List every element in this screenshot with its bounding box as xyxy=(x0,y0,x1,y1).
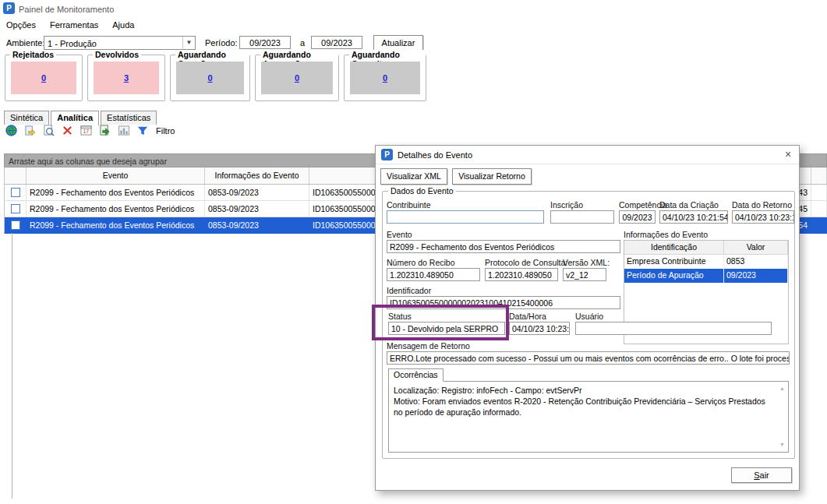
grid-header-evento[interactable]: Evento xyxy=(27,167,205,184)
counter-devolvidos-box: 3 xyxy=(94,62,159,94)
periodo-from-input[interactable]: 09/2023 xyxy=(239,36,291,49)
mensagem-retorno-label: Mensagem de Retorno xyxy=(387,341,470,351)
ambiente-selected-value: 1 - Produção xyxy=(48,39,97,48)
info-grid-row[interactable]: Empresa Contribuinte 0853 xyxy=(624,255,788,269)
row-checkbox[interactable] xyxy=(11,220,20,230)
filter-label[interactable]: Filtro xyxy=(156,126,175,136)
info-grid-cell-id: Empresa Contribuinte xyxy=(624,255,724,269)
data-retorno-label: Data do Retorno xyxy=(732,200,792,210)
counter-rejeitados: Rejeitados 0 xyxy=(5,55,83,101)
ambiente-select[interactable]: 1 - Produção ▼ xyxy=(44,36,196,50)
visualizar-retorno-button[interactable]: Visualizar Retorno xyxy=(452,168,532,185)
ocorrencias-textarea[interactable]: Localização: Registro: infoFech - Campo:… xyxy=(388,381,789,453)
counter-rejeitados-count-link[interactable]: 0 xyxy=(41,73,46,83)
protocolo-field[interactable]: 1.202310.489050 xyxy=(485,268,558,281)
delete-icon[interactable] xyxy=(61,124,74,137)
versao-xml-field[interactable]: v2_12 xyxy=(563,268,606,281)
periodo-range-sep: a xyxy=(300,38,305,48)
send-icon[interactable] xyxy=(23,124,37,137)
calendar-icon[interactable]: 17 xyxy=(80,124,93,137)
data-criacao-label: Data da Criação xyxy=(659,200,719,210)
usuario-label: Usuário xyxy=(575,312,603,321)
info-grid-header-identificacao[interactable]: Identificação xyxy=(624,241,724,254)
numero-recibo-label: Número do Recibo xyxy=(387,258,455,267)
data-criacao-field[interactable]: 04/10/23 10:21:54 xyxy=(659,210,728,224)
scroll-up-icon[interactable]: ▲ xyxy=(779,386,785,391)
sair-button[interactable]: Sair xyxy=(731,467,792,483)
grid-header-info[interactable]: Informações do Evento xyxy=(205,167,309,184)
counter-aguardando-aprovacao-box: 0 xyxy=(261,62,333,94)
dialog-titlebar[interactable]: P Detalhes do Evento × xyxy=(376,146,799,164)
inscricao-field[interactable] xyxy=(550,210,614,224)
counter-devolvidos-count-link[interactable]: 3 xyxy=(124,73,129,83)
menu-ajuda[interactable]: Ajuda xyxy=(112,20,134,30)
counter-aguardando-aprovacao: Aguardando Aprovação 0 xyxy=(255,55,339,101)
row-checkbox[interactable] xyxy=(11,204,20,213)
counter-rejeitados-label: Rejeitados xyxy=(10,50,56,59)
cell-evento: R2099 - Fechamento dos Eventos Periódico… xyxy=(27,217,205,233)
contribuinte-label: Contribuinte xyxy=(387,200,431,210)
svg-text:17: 17 xyxy=(83,129,90,134)
cell-evento: R2099 - Fechamento dos Eventos Periódico… xyxy=(27,201,205,217)
grid-header-extra xyxy=(811,167,827,184)
cell-extra xyxy=(811,201,827,217)
data-hora-label: Data/Hora xyxy=(509,312,546,321)
filter-icon[interactable] xyxy=(136,124,149,137)
info-grid-header-valor[interactable]: Valor xyxy=(724,241,788,254)
tab-estatisticas[interactable]: Estatísticas xyxy=(101,111,157,125)
info-grid-cell-id: Período de Apuração xyxy=(624,269,724,283)
cell-info: 0853-09/2023 xyxy=(205,185,309,200)
evento-label: Evento xyxy=(387,230,412,239)
counter-aguardando-geracao-count-link[interactable]: 0 xyxy=(207,73,212,83)
menu-opcoes[interactable]: Opções xyxy=(6,20,36,30)
counter-rejeitados-box: 0 xyxy=(11,62,76,94)
identificador-label: Identificador xyxy=(387,286,431,295)
cell-extra xyxy=(811,185,827,200)
versao-xml-label: Versão XML: xyxy=(563,258,610,267)
grid-left-border xyxy=(12,233,12,499)
counter-aguardando-consulta-count-link[interactable]: 0 xyxy=(383,73,387,83)
cell-info: 0853-09/2023 xyxy=(205,217,309,233)
data-hora-field[interactable]: 04/10/23 10:23:13 xyxy=(509,322,570,335)
grid-header-checkbox xyxy=(5,167,27,184)
mensagem-retorno-field[interactable]: ERRO.Lote processado com sucesso - Possu… xyxy=(387,351,790,365)
close-icon[interactable]: × xyxy=(782,149,794,161)
info-grid-row-selected[interactable]: Período de Apuração 09/2023 xyxy=(624,269,788,283)
dialog-title: Detalhes do Evento xyxy=(398,150,472,160)
menu-ferramentas[interactable]: Ferramentas xyxy=(50,20,98,30)
tab-sintetica[interactable]: Sintética xyxy=(4,111,49,125)
info-grid-header: Identificação Valor xyxy=(624,241,788,255)
visualizar-xml-button[interactable]: Visualizar XML xyxy=(380,168,447,185)
atualizar-button[interactable]: Atualizar xyxy=(373,35,423,51)
status-highlight-annotation xyxy=(372,305,509,340)
contribuinte-field[interactable] xyxy=(387,210,544,224)
info-grid-cell-valor: 09/2023 xyxy=(724,269,788,283)
cell-info: 0853-09/2023 xyxy=(205,201,309,217)
row-checkbox[interactable] xyxy=(11,188,20,197)
data-retorno-field[interactable]: 04/10/23 10:23:13 xyxy=(732,210,794,224)
informacoes-evento-title: Informações do Evento xyxy=(624,230,708,239)
row-checkbox-cell xyxy=(5,217,27,233)
export-excel-icon[interactable] xyxy=(98,124,111,137)
chevron-down-icon[interactable]: ▼ xyxy=(182,37,195,49)
dialog-app-icon: P xyxy=(381,149,393,160)
competencia-field[interactable]: 09/2023 xyxy=(619,210,656,224)
ambiente-label: Ambiente: xyxy=(6,38,45,48)
tab-ocorrencias[interactable]: Ocorrências xyxy=(388,368,444,382)
chart-icon[interactable] xyxy=(117,124,130,137)
counter-aguardando-aprovacao-count-link[interactable]: 0 xyxy=(295,73,299,83)
counter-aguardando-consulta: Aguardando Consulta 0 xyxy=(344,55,426,101)
periodo-label: Período: xyxy=(205,38,238,48)
cell-evento: R2099 - Fechamento dos Eventos Periódico… xyxy=(27,185,205,200)
evento-field[interactable]: R2099 - Fechamento dos Eventos Periódico… xyxy=(387,240,620,253)
globe-icon[interactable] xyxy=(5,124,18,137)
periodo-to-input[interactable]: 09/2023 xyxy=(311,36,362,49)
preview-icon[interactable] xyxy=(42,124,55,137)
counter-devolvidos: Devolvidos 3 xyxy=(87,55,165,101)
scroll-down-icon[interactable]: ▼ xyxy=(779,442,785,447)
counter-aguardando-geracao: Aguardando Geração 0 xyxy=(170,55,250,101)
dados-do-evento-legend: Dados do Evento xyxy=(388,186,456,196)
usuario-field[interactable] xyxy=(575,322,772,335)
numero-recibo-field[interactable]: 1.202310.489050 xyxy=(387,268,480,281)
window-title: Painel de Monitoramento xyxy=(19,5,114,14)
